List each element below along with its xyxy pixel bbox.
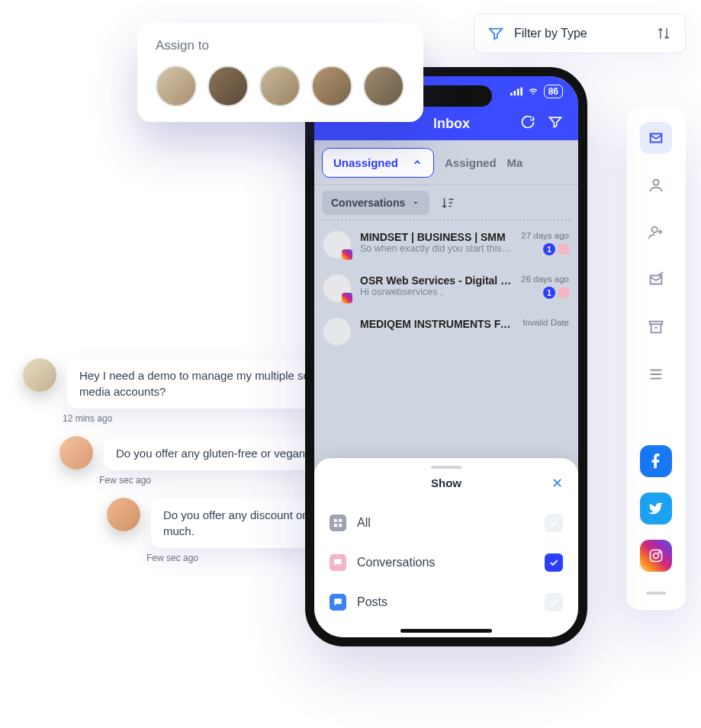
side-rail [626,107,686,610]
conversation-title: MEDIQEM INSTRUMENTS FACTORY [360,318,513,330]
svg-point-8 [336,601,336,601]
twitter-icon[interactable] [640,492,672,524]
channel-badge-icon [558,244,569,255]
svg-rect-5 [339,519,342,522]
conversation-item[interactable]: MINDSET | BUSINESS | SMM So when exactly… [314,223,578,267]
svg-point-16 [659,552,661,553]
drag-handle[interactable] [431,466,461,469]
svg-rect-3 [520,88,523,96]
close-icon[interactable]: ✕ [551,475,563,492]
sort-icon[interactable] [439,194,457,212]
filter-label: Filter by Type [514,27,654,40]
svg-rect-7 [339,524,342,527]
option-label: Posts [357,595,534,609]
tab-more[interactable]: Ma [507,156,523,169]
signal-icon [510,87,523,96]
conversation-time: 26 days ago [521,274,569,284]
sheet-option-conversations[interactable]: Conversations [330,543,563,582]
battery-indicator: 86 [544,85,563,98]
conversation-preview: So when exactly did you start this profi… [360,243,512,254]
svg-point-15 [654,553,659,559]
avatar [23,358,56,392]
conversations-filter[interactable]: Conversations [322,191,429,215]
tab-unassigned[interactable]: Unassigned [322,148,434,178]
sort-icon[interactable] [654,24,673,43]
divider [322,220,571,220]
filter-row: Conversations [314,184,578,220]
conversation-item[interactable]: OSR Web Services - Digital Mar... Hi osr… [314,267,578,310]
svg-rect-6 [334,524,337,527]
rail-inbox[interactable] [640,122,672,154]
filter-icon [487,24,505,43]
avatar [59,436,93,470]
sheet-option-all[interactable]: All [330,503,563,543]
avatar[interactable] [207,66,249,107]
avatar[interactable] [259,66,301,107]
filter-icon[interactable] [548,114,566,133]
svg-point-12 [652,227,658,233]
checkbox[interactable] [545,514,563,532]
conversation-time: Invalid Date [523,318,569,327]
show-sheet: Show ✕ All Conversations Posts [314,458,578,637]
channel-badge-icon [558,287,569,298]
option-label: Conversations [357,556,534,569]
rail-handle [646,592,666,595]
avatar[interactable] [311,66,352,107]
rail-check-mail[interactable] [640,264,672,296]
sheet-title: Show [431,476,461,489]
instagram-badge-icon [342,293,352,303]
avatar[interactable] [156,66,197,107]
avatar[interactable] [363,66,404,107]
svg-point-10 [339,601,340,601]
unread-badge: 1 [543,287,555,299]
sheet-option-posts[interactable]: Posts [330,582,563,622]
tab-assigned[interactable]: Assigned [445,156,497,169]
conversation-item[interactable]: MEDIQEM INSTRUMENTS FACTORY Invalid Date [314,310,578,354]
assign-avatars [156,66,405,107]
home-indicator[interactable] [400,629,492,633]
assign-to-card: Assign to [137,23,423,122]
conversation-title: MINDSET | BUSINESS | SMM [360,231,512,243]
rail-archive[interactable] [640,311,672,343]
svg-rect-13 [650,322,663,325]
chat-icon [330,554,346,571]
svg-point-9 [337,601,338,601]
conversation-preview: Hi osrwebservices , [360,287,512,297]
instagram-badge-icon [342,249,352,260]
avatar [323,318,351,345]
checkbox[interactable] [545,553,563,572]
avatar [107,498,140,531]
svg-point-11 [653,180,658,185]
app-title: Inbox [433,116,511,132]
svg-rect-4 [334,519,337,522]
checkbox[interactable] [545,593,563,611]
conversation-title: OSR Web Services - Digital Mar... [360,274,512,287]
conversation-time: 27 days ago [521,231,569,240]
rail-menu[interactable] [640,358,672,390]
refresh-icon[interactable] [520,114,539,133]
svg-rect-2 [517,88,519,95]
assign-title: Assign to [156,38,405,53]
avatar [323,274,351,302]
wifi-icon [527,87,539,96]
grid-icon [330,515,346,531]
instagram-icon[interactable] [640,540,672,572]
avatar [323,231,351,258]
tabs-row: Unassigned Assigned Ma [314,140,578,184]
post-icon [330,594,346,611]
phone-frame: 86 Inbox Unassigned Assigned Ma Conversa… [305,67,587,646]
rail-user[interactable] [640,169,672,201]
option-label: All [357,516,534,530]
svg-rect-1 [513,91,516,95]
unread-badge: 1 [543,243,555,255]
filter-by-type-card[interactable]: Filter by Type [474,14,686,53]
facebook-icon[interactable] [640,445,672,477]
rail-user-add[interactable] [640,216,672,249]
svg-rect-0 [510,93,513,96]
